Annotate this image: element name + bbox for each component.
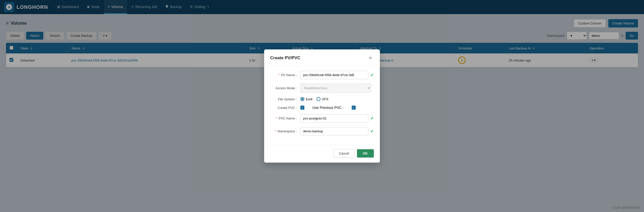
xfs-radio-label[interactable]: XFS (316, 97, 328, 101)
ext4-label: Ext4 (306, 97, 312, 101)
xfs-label: XFS (322, 97, 328, 101)
create-pvc-row: Create PVC : ✓ Use Previous PVC : ✓ (270, 106, 374, 110)
file-system-radio-group: Ext4 XFS (300, 97, 328, 101)
access-mode-label: Access Mode : (270, 86, 300, 90)
namespace-valid-icon: ✔ (370, 129, 374, 134)
namespace-row: * Namespace : ✔ (270, 127, 374, 135)
pvc-name-input-wrap: ✔ (300, 114, 374, 123)
modal-header: Create PV/PVC ✕ (264, 49, 380, 66)
cancel-button[interactable]: Cancel (334, 149, 354, 158)
modal-footer: Cancel OK (264, 145, 380, 163)
pv-name-row: * PV Name : ✔ (270, 71, 374, 79)
pv-name-valid-icon: ✔ (370, 72, 374, 78)
pv-name-label: * PV Name : (270, 73, 300, 77)
pvc-name-row: * PVC Name : ✔ (270, 114, 374, 123)
ext4-radio-button[interactable] (300, 97, 304, 101)
file-system-row: File System : Ext4 XFS (270, 97, 374, 101)
create-pvc-checkbox-label[interactable]: ✓ (300, 106, 304, 110)
pvc-name-valid-icon: ✔ (370, 116, 374, 121)
xfs-radio-button[interactable] (316, 97, 320, 101)
create-pv-pvc-modal: Create PV/PVC ✕ * PV Name : ✔ Access Mod… (264, 49, 380, 163)
file-system-label: File System : (270, 97, 300, 101)
modal-title: Create PV/PVC (270, 55, 300, 60)
modal-namespace-input[interactable] (300, 127, 368, 135)
pvc-name-label: * PVC Name : (270, 116, 300, 120)
pv-name-input[interactable] (300, 71, 368, 79)
ok-button[interactable]: OK (357, 149, 374, 158)
pvc-checkboxes: ✓ Use Previous PVC : ✓ (300, 106, 374, 110)
access-mode-wrap: ReadWriteOnce (300, 84, 374, 93)
create-pvc-checkbox[interactable]: ✓ (300, 106, 304, 110)
modal-close-button[interactable]: ✕ (367, 54, 374, 62)
use-previous-pvc-text: Use Previous PVC : (312, 106, 344, 110)
namespace-input-wrap: ✔ (300, 127, 374, 135)
use-previous-pvc-checkbox[interactable]: ✓ (352, 106, 356, 110)
pvc-name-input[interactable] (300, 114, 368, 123)
ext4-radio-label[interactable]: Ext4 (300, 97, 312, 101)
modal-namespace-label: * Namespace : (270, 129, 300, 133)
access-mode-select[interactable]: ReadWriteOnce (300, 84, 371, 93)
access-mode-row: Access Mode : ReadWriteOnce (270, 84, 374, 93)
pv-name-input-wrap: ✔ (300, 71, 374, 79)
modal-body: * PV Name : ✔ Access Mode : ReadWriteOnc… (264, 66, 380, 145)
use-previous-pvc-checkbox-label[interactable]: ✓ (352, 106, 356, 110)
create-pvc-label: Create PVC : (270, 106, 300, 110)
modal-overlay: Create PV/PVC ✕ * PV Name : ✔ Access Mod… (0, 0, 644, 212)
